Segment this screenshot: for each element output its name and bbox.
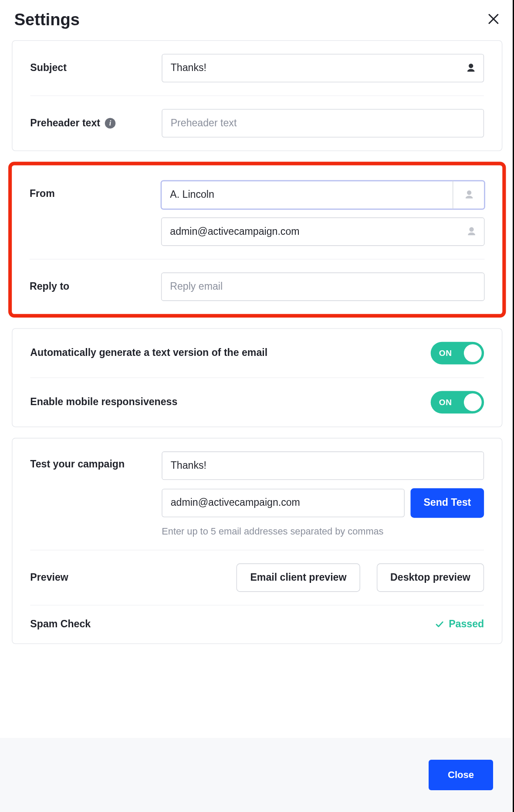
person-icon[interactable] [453, 181, 484, 209]
settings-panel: Settings Subject Pr [0, 0, 514, 812]
toggle-knob [464, 344, 482, 362]
responsive-toggle[interactable]: ON [431, 391, 484, 414]
from-name-input[interactable] [161, 181, 485, 209]
email-client-preview-button[interactable]: Email client preview [237, 563, 360, 592]
subject-input[interactable] [162, 54, 484, 82]
preview-label: Preview [30, 572, 155, 583]
test-subject-input[interactable] [162, 451, 484, 480]
check-icon [434, 620, 445, 629]
reply-to-label: Reply to [30, 281, 154, 293]
from-label: From [30, 181, 154, 200]
close-icon[interactable] [487, 13, 500, 28]
info-icon[interactable]: i [105, 118, 115, 129]
reply-to-input[interactable] [161, 273, 485, 301]
preheader-label: Preheader text i [30, 117, 155, 129]
spam-status: Passed [434, 619, 484, 630]
person-icon[interactable] [466, 226, 477, 237]
desktop-preview-button[interactable]: Desktop preview [377, 563, 484, 592]
header: Settings [0, 0, 514, 40]
section-toggles: Automatically generate a text version of… [12, 328, 502, 427]
footer: Close [0, 738, 511, 812]
subject-label: Subject [30, 62, 155, 74]
auto-text-label: Automatically generate a text version of… [30, 347, 267, 359]
test-email-input[interactable] [162, 489, 405, 517]
highlight-box: From [8, 162, 506, 318]
preheader-input[interactable] [162, 109, 484, 137]
test-label: Test your campaign [30, 451, 155, 470]
section-subject: Subject Preheader text i [12, 40, 502, 151]
toggle-knob [464, 393, 482, 411]
responsive-label: Enable mobile responsiveness [30, 396, 177, 408]
close-button[interactable]: Close [429, 760, 493, 790]
section-test: Test your campaign Send Test Enter up to… [12, 438, 502, 644]
spam-check-label: Spam Check [30, 619, 155, 630]
page-title: Settings [14, 10, 80, 30]
auto-text-toggle[interactable]: ON [431, 342, 484, 365]
test-helper-text: Enter up to 5 email addresses separated … [162, 526, 484, 537]
from-email-input[interactable] [161, 217, 485, 246]
person-icon[interactable] [465, 62, 477, 74]
send-test-button[interactable]: Send Test [411, 488, 484, 518]
